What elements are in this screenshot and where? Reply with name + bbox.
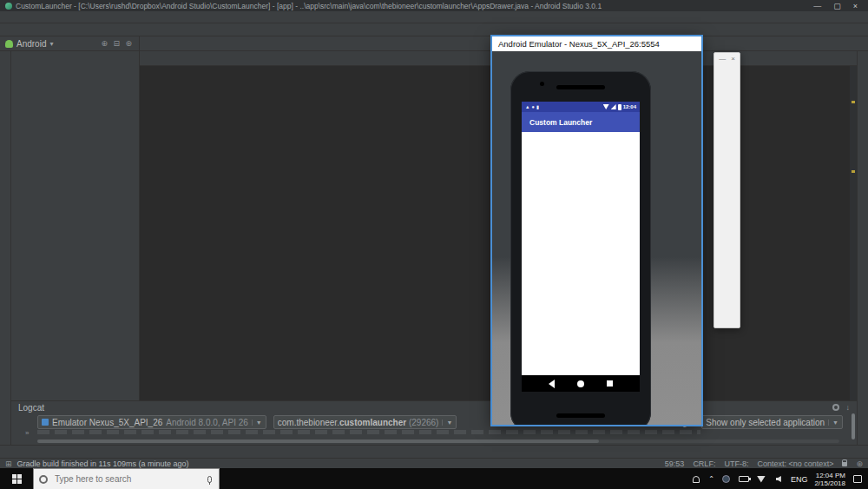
volume-icon[interactable] <box>776 476 781 482</box>
file-encoding[interactable]: UTF-8: <box>724 459 748 468</box>
android-studio-logo-icon <box>5 3 12 10</box>
log-filter-dropdown[interactable]: Show only selected application ▼ <box>701 415 843 429</box>
windows-taskbar: ⌃ ENG 12:04 PM2/15/2018 <box>0 468 868 489</box>
minimize-button[interactable]: — <box>813 2 821 10</box>
overview-nav-icon[interactable] <box>607 380 613 387</box>
system-tray: ⌃ ENG 12:04 PM2/15/2018 <box>691 472 868 487</box>
project-panel-toolbar-icons[interactable]: ⊕ ⊟ ⊛ <box>101 39 134 48</box>
chevron-down-icon: ▾ <box>49 40 53 48</box>
emulator-window: Android Emulator - Nexus_5X_API_26:5554 … <box>492 36 701 425</box>
log-text-line <box>37 430 700 434</box>
logcat-export-icon[interactable]: ↓ <box>846 403 851 412</box>
logcat-title: Logcat <box>18 403 44 413</box>
process-dropdown[interactable]: com.thebioneer.customlauncher (29266) ▼ <box>273 415 457 429</box>
process-prefix: com.thebioneer. <box>278 418 339 427</box>
tray-chevron-icon[interactable]: ⌃ <box>708 475 714 483</box>
warning-icon: ▲ <box>525 104 529 109</box>
close-button[interactable]: × <box>853 2 858 10</box>
emulator-titlebar[interactable]: Android Emulator - Nexus_5X_API_26:5554 <box>492 36 701 51</box>
tabs-row: Android ▾ ⊕ ⊟ ⊛ <box>0 36 868 51</box>
status-message: Gradle build finished in 11s 109ms (a mi… <box>17 459 189 468</box>
phone-screen: ▲ ● ▮ 12:04 Custom Launcher <box>522 102 640 392</box>
emulator-side-toolbar: — × <box>713 52 740 328</box>
desktop: CustomLauncher - [C:\Users\rushd\Dropbox… <box>0 0 868 489</box>
chevron-down-icon: ▼ <box>442 420 452 426</box>
windows-logo-icon <box>12 474 22 484</box>
filter-label: Show only selected application <box>706 418 825 427</box>
tool-window-bar <box>0 445 868 458</box>
window-title: CustomLauncher - [C:\Users\rushd\Dropbox… <box>16 2 806 10</box>
cortana-icon <box>39 475 48 484</box>
app-bar: Custom Launcher <box>522 112 640 132</box>
wifi-status-icon <box>603 104 609 109</box>
logcat-panel: Logcat ↓ Emulator Nexus_5X_API_26 Androi… <box>11 400 857 445</box>
process-name: customlauncher <box>339 418 406 427</box>
android-status-bar: ▲ ● ▮ 12:04 <box>522 102 640 112</box>
chevron-down-icon: ▼ <box>828 420 838 426</box>
tool-window-toggle-icon[interactable]: ⊞ <box>5 459 12 468</box>
caret-position[interactable]: 59:53 <box>665 459 685 468</box>
app-list <box>522 132 640 375</box>
app-bar-title: Custom Launcher <box>529 118 592 127</box>
vertical-scrollbar[interactable] <box>852 413 855 439</box>
line-separator[interactable]: CRLF: <box>693 459 715 468</box>
emulator-title: Android Emulator - Nexus_5X_API_26:5554 <box>498 39 660 49</box>
android-icon <box>5 40 13 48</box>
emulator-toolbar-minimize[interactable]: — <box>719 55 726 63</box>
people-icon[interactable] <box>693 476 700 483</box>
device-icon <box>42 419 49 426</box>
phone-skin: ▲ ● ▮ 12:04 Custom Launcher <box>510 71 651 425</box>
phone-speaker-bottom <box>556 413 605 418</box>
search-input[interactable] <box>53 473 202 485</box>
device-name: Emulator Nexus_5X_API_26 <box>52 418 162 427</box>
device-dropdown[interactable]: Emulator Nexus_5X_API_26 Android 8.0.0, … <box>37 415 266 429</box>
status-time: 12:04 <box>623 104 636 109</box>
left-tool-strip <box>0 51 11 445</box>
start-button[interactable] <box>0 468 33 489</box>
maximize-button[interactable]: ▢ <box>833 2 841 10</box>
ide-status-bar: ⊞ Gradle build finished in 11s 109ms (a … <box>0 458 868 468</box>
process-pid: (29266) <box>409 418 438 427</box>
signal-status-icon <box>611 104 616 109</box>
log-fold-chevron-icon: » <box>25 429 29 437</box>
language-indicator[interactable]: ENG <box>791 475 808 484</box>
battery-icon[interactable] <box>739 476 749 482</box>
emulator-toolbar-close[interactable]: × <box>731 55 735 63</box>
back-nav-icon[interactable] <box>549 380 555 388</box>
android-nav-bar <box>522 375 640 392</box>
logcat-settings-gear-icon[interactable] <box>832 404 839 411</box>
battery-status-icon <box>618 104 621 110</box>
phone-earpiece <box>556 85 605 89</box>
chevron-down-icon: ▼ <box>252 420 262 426</box>
horizontal-scrollbar[interactable] <box>37 439 839 443</box>
taskbar-search[interactable] <box>33 468 220 489</box>
view-selector-label: Android <box>16 39 46 49</box>
lock-icon[interactable] <box>842 462 847 466</box>
navigation-bar <box>0 23 868 36</box>
project-view-selector[interactable]: Android ▾ ⊕ ⊟ ⊛ <box>0 36 140 50</box>
action-center-icon[interactable] <box>853 475 862 483</box>
steam-tray-icon[interactable] <box>722 475 730 483</box>
sdcard-icon: ▮ <box>536 104 539 109</box>
microphone-icon[interactable] <box>207 476 212 483</box>
ide-titlebar: CustomLauncher - [C:\Users\rushd\Dropbox… <box>0 0 868 11</box>
context-indicator: Context: <no context> <box>757 459 833 468</box>
right-tool-strip <box>857 51 868 445</box>
device-info: Android 8.0.0, API 26 <box>166 418 248 427</box>
project-tree-panel <box>11 51 140 400</box>
wifi-icon[interactable] <box>757 476 766 483</box>
notification-dot-icon: ● <box>531 104 534 109</box>
menu-bar <box>0 11 868 23</box>
editor-error-stripe[interactable] <box>850 66 857 400</box>
emulator-body: ▲ ● ▮ 12:04 Custom Launcher <box>492 51 701 425</box>
phone-camera <box>540 82 544 86</box>
home-nav-icon[interactable] <box>577 380 584 387</box>
taskbar-clock[interactable]: 12:04 PM2/15/2018 <box>814 472 845 487</box>
gear-icon[interactable]: ⊛ <box>856 459 863 468</box>
